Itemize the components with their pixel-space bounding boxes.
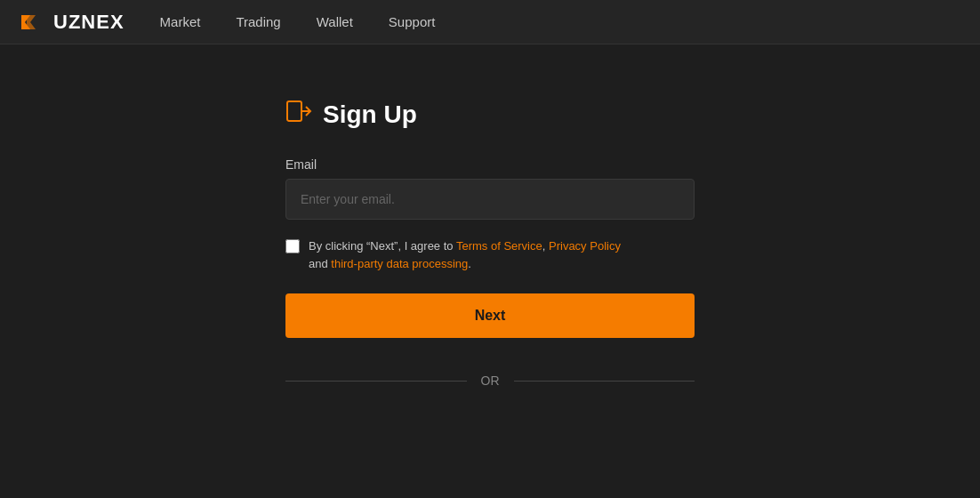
terms-checkbox[interactable] (285, 239, 300, 253)
terms-text: By clicking “Next”, I agree to Terms of … (309, 237, 621, 272)
email-label: Email (285, 157, 695, 172)
next-button[interactable]: Next (285, 293, 695, 338)
period: . (468, 257, 471, 270)
signup-form: Sign Up Email By clicking “Next”, I agre… (285, 98, 695, 388)
logo-icon (18, 8, 46, 36)
and-text: and (309, 257, 331, 270)
or-divider: OR (285, 374, 695, 388)
terms-checkbox-row: By clicking “Next”, I agree to Terms of … (285, 237, 695, 272)
divider-left (285, 381, 467, 382)
form-title-area: Sign Up (285, 98, 695, 131)
nav: Market Trading Wallet Support (160, 14, 436, 29)
comma: , (542, 239, 546, 253)
nav-market[interactable]: Market (160, 14, 201, 29)
main-content: Sign Up Email By clicking “Next”, I agre… (0, 44, 980, 388)
nav-support[interactable]: Support (389, 14, 436, 29)
email-input[interactable] (285, 179, 695, 220)
logo-area: UZNEX (18, 8, 125, 36)
or-text: OR (481, 374, 500, 388)
svg-marker-1 (27, 15, 36, 29)
header: UZNEX Market Trading Wallet Support (0, 0, 980, 44)
svg-rect-2 (287, 101, 301, 121)
form-title-text: Sign Up (323, 100, 417, 129)
terms-of-service-link[interactable]: Terms of Service (456, 239, 542, 253)
divider-right (514, 381, 695, 382)
nav-wallet[interactable]: Wallet (317, 14, 353, 29)
privacy-policy-link[interactable]: Privacy Policy (549, 239, 621, 253)
logo-text: UZNEX (53, 11, 125, 34)
terms-prefix: By clicking “Next”, I agree to (309, 239, 456, 253)
third-party-link[interactable]: third-party data processing (331, 257, 468, 270)
nav-trading[interactable]: Trading (236, 14, 280, 29)
signup-icon (285, 98, 312, 131)
